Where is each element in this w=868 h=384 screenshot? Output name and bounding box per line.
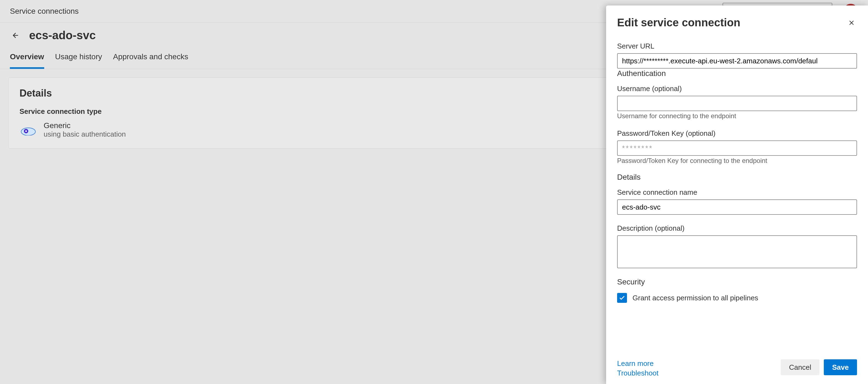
back-button[interactable] (10, 30, 22, 41)
close-button[interactable] (846, 17, 857, 28)
tab-overview[interactable]: Overview (10, 53, 44, 69)
connection-type-row: Generic using basic authentication (20, 121, 126, 139)
svg-point-0 (21, 128, 35, 136)
description-label: Description (optional) (617, 224, 857, 233)
learn-more-link[interactable]: Learn more (617, 359, 658, 368)
password-input[interactable] (617, 140, 857, 156)
troubleshoot-link[interactable]: Troubleshoot (617, 369, 658, 377)
description-input[interactable] (617, 235, 857, 268)
arrow-left-icon (11, 31, 20, 39)
breadcrumb-title: Service connections (10, 7, 79, 15)
edit-panel: Edit service connection Server URL Authe… (606, 5, 868, 384)
grant-access-label: Grant access permission to all pipelines (632, 294, 758, 302)
server-url-label: Server URL (617, 42, 857, 50)
generic-cloud-icon (20, 125, 37, 136)
close-icon (848, 19, 856, 27)
tab-usage-history[interactable]: Usage history (55, 53, 102, 69)
username-label: Username (optional) (617, 84, 857, 93)
service-connection-type-label: Service connection type (20, 107, 126, 116)
security-section: Security (617, 278, 857, 286)
cancel-button[interactable]: Cancel (781, 359, 819, 375)
password-label: Password/Token Key (optional) (617, 129, 857, 138)
details-section: Details (617, 173, 857, 182)
check-icon (619, 294, 625, 301)
connection-name-label: Service connection name (617, 188, 857, 197)
panel-title: Edit service connection (617, 16, 740, 29)
svg-point-2 (25, 130, 27, 132)
connection-name-input[interactable] (617, 200, 857, 215)
username-hint: Username for connecting to the endpoint (617, 112, 857, 120)
username-input[interactable] (617, 96, 857, 111)
server-url-input[interactable] (617, 53, 857, 69)
save-button[interactable]: Save (824, 359, 857, 375)
authentication-section: Authentication (617, 69, 857, 78)
grant-access-checkbox[interactable] (617, 293, 627, 303)
password-hint: Password/Token Key for connecting to the… (617, 157, 857, 165)
connection-type-name: Generic (44, 121, 126, 130)
page-title: ecs-ado-svc (29, 29, 96, 42)
connection-type-desc: using basic authentication (44, 130, 126, 139)
tab-approvals-checks[interactable]: Approvals and checks (113, 53, 188, 69)
